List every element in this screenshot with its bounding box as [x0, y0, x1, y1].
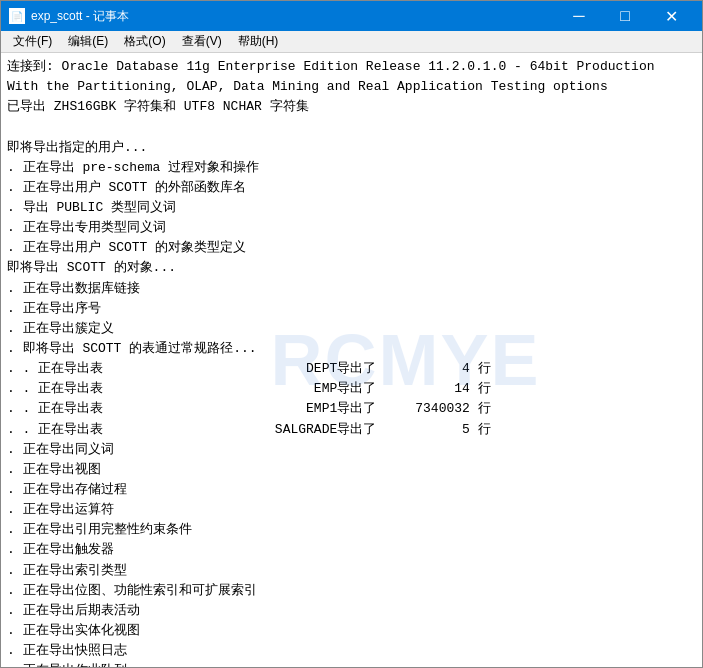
text-content-area[interactable]: RCMYE 连接到: Oracle Database 11g Enterpris… — [1, 53, 702, 667]
title-bar-left: 📄 exp_scott - 记事本 — [9, 8, 129, 25]
minimize-button[interactable]: ─ — [556, 1, 602, 31]
menu-help[interactable]: 帮助(H) — [230, 31, 287, 52]
menu-bar: 文件(F) 编辑(E) 格式(O) 查看(V) 帮助(H) — [1, 31, 702, 53]
maximize-button[interactable]: □ — [602, 1, 648, 31]
menu-format[interactable]: 格式(O) — [116, 31, 173, 52]
menu-edit[interactable]: 编辑(E) — [60, 31, 116, 52]
file-content: 连接到: Oracle Database 11g Enterprise Edit… — [7, 57, 696, 667]
menu-file[interactable]: 文件(F) — [5, 31, 60, 52]
title-bar: 📄 exp_scott - 记事本 ─ □ ✕ — [1, 1, 702, 31]
menu-view[interactable]: 查看(V) — [174, 31, 230, 52]
close-button[interactable]: ✕ — [648, 1, 694, 31]
app-icon: 📄 — [9, 8, 25, 24]
title-controls: ─ □ ✕ — [556, 1, 694, 31]
window-title: exp_scott - 记事本 — [31, 8, 129, 25]
notepad-window: 📄 exp_scott - 记事本 ─ □ ✕ 文件(F) 编辑(E) 格式(O… — [0, 0, 703, 668]
